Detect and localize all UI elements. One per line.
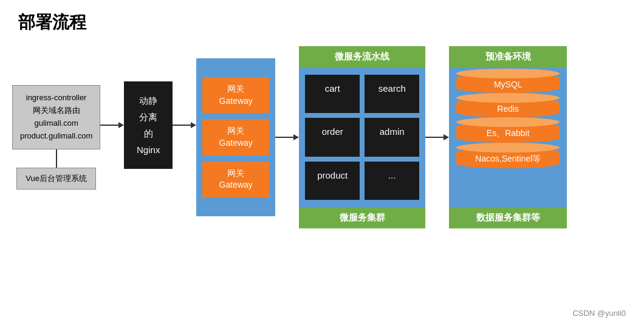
pipeline-header: 微服务流水线: [299, 46, 425, 67]
arrow-head-1: [118, 122, 124, 128]
nginx-line-2: 分离: [139, 112, 157, 122]
arrow-head-2: [191, 122, 196, 128]
arrow-1: [100, 122, 124, 128]
gw3-line1: 网关: [227, 168, 244, 178]
db-redis: Redis: [456, 98, 560, 117]
arrow-4: [425, 134, 449, 140]
gw3-line2: Gateway: [219, 180, 253, 190]
arrow-head-3: [293, 134, 299, 140]
gateway-section: 网关 Gateway 网关 Gateway 网关 Gateway: [196, 58, 275, 216]
ingress-line-4: product.gulimall.com: [20, 131, 92, 140]
db-nacos: Nacos,Sentinel等: [456, 148, 560, 168]
service-more: ...: [365, 162, 419, 200]
service-more-label: ...: [388, 170, 396, 180]
nginx-line-3: 的: [144, 128, 153, 139]
arrow-line-4: [425, 137, 444, 138]
left-column: ingress-controller 网关域名路由 gulimall.com p…: [12, 85, 100, 189]
nginx-line-4: Nginx: [137, 145, 160, 155]
staging-footer: 数据服务集群等: [449, 207, 567, 228]
gateway-btn-1: 网关 Gateway: [202, 77, 269, 113]
db-nacos-label: Nacos,Sentinel等: [475, 154, 541, 163]
watermark: CSDN @yunli0: [572, 309, 626, 318]
arrow-head-4: [444, 134, 449, 140]
pipeline-footer-text: 微服务集群: [340, 212, 385, 222]
watermark-text: CSDN @yunli0: [572, 309, 626, 318]
ingress-line-1: ingress-controller: [26, 93, 87, 102]
gw1-line2: Gateway: [219, 96, 253, 106]
gateway-btn-3: 网关 Gateway: [202, 162, 269, 197]
ingress-box: ingress-controller 网关域名路由 gulimall.com p…: [12, 85, 100, 149]
pipeline-header-text: 微服务流水线: [335, 51, 389, 61]
service-cart-label: cart: [325, 83, 340, 94]
staging-header-text: 预准备环境: [485, 51, 531, 61]
vue-label: Vue后台管理系统: [26, 174, 87, 183]
arrow-3: [275, 134, 299, 140]
page-title: 部署流程: [0, 0, 644, 40]
db-es-rabbit: Es、Rabbit: [456, 122, 560, 143]
pipeline-grid: cart search order admin product ...: [299, 67, 425, 207]
pipeline-footer: 微服务集群: [299, 207, 425, 228]
vue-box: Vue后台管理系统: [16, 168, 96, 190]
nginx-box: 动静 分离 的 Nginx: [124, 81, 173, 169]
arrow-line-1: [100, 125, 118, 126]
ingress-line-2: 网关域名路由: [33, 106, 80, 115]
service-product: product: [305, 162, 360, 200]
gw1-line1: 网关: [227, 84, 244, 94]
service-admin: admin: [365, 118, 419, 156]
service-search: search: [365, 75, 419, 113]
staging-header: 预准备环境: [449, 46, 567, 67]
staging-footer-text: 数据服务集群等: [476, 212, 540, 222]
arrow-2: [173, 122, 196, 128]
gateway-btn-2: 网关 Gateway: [202, 119, 269, 155]
service-order-label: order: [322, 126, 343, 137]
service-admin-label: admin: [380, 126, 405, 137]
service-cart: cart: [305, 75, 360, 113]
nginx-line-1: 动静: [139, 95, 157, 106]
staging-items: MySQL Redis Es、Rabbit Nacos,Sentinel等: [449, 67, 567, 207]
service-search-label: search: [379, 83, 406, 94]
gw2-line1: 网关: [227, 126, 244, 135]
db-mysql: MySQL: [456, 74, 560, 93]
ingress-line-3: gulimall.com: [34, 118, 78, 128]
db-es-rabbit-label: Es、Rabbit: [487, 128, 530, 138]
arrow-line-2: [173, 125, 191, 126]
pipeline-section: 微服务流水线 cart search order admin product .…: [299, 46, 425, 228]
gw2-line2: Gateway: [219, 138, 253, 148]
service-product-label: product: [317, 170, 348, 180]
db-redis-label: Redis: [497, 104, 519, 114]
db-mysql-label: MySQL: [494, 80, 522, 89]
arrow-line-3: [275, 137, 293, 138]
vert-line-1: [56, 149, 57, 168]
service-order: order: [305, 118, 360, 156]
staging-section: 预准备环境 MySQL Redis Es、Rabbit Nacos,Sentin…: [449, 46, 567, 228]
